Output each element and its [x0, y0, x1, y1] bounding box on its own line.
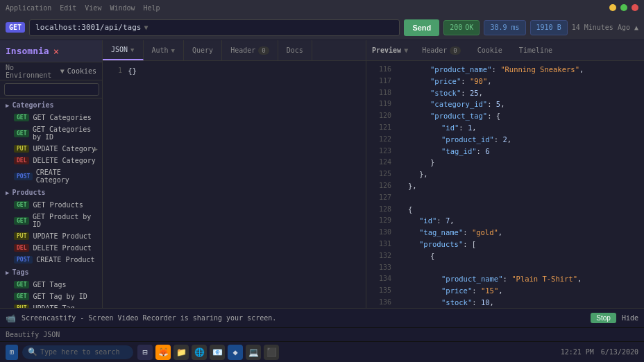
tab-header[interactable]: Header 0 [222, 40, 278, 60]
line-content: "product_tag": { [397, 110, 638, 122]
tab-response-header[interactable]: Header 0 [414, 40, 469, 60]
group-label: Tags [12, 268, 28, 276]
menu-application[interactable]: Application [6, 4, 51, 12]
sidebar-item-get-tags[interactable]: GET GET Tags [0, 279, 102, 291]
preview-line: 135"price": "15", [372, 285, 638, 297]
sidebar-item-update-product[interactable]: PUT UPDATE Product [0, 230, 102, 242]
sidebar-item-create-category[interactable]: POST CREATE Category [0, 166, 102, 186]
sidebar-item-get-categories-by-id[interactable]: GET GET Categories by ID [0, 123, 102, 143]
sidebar-item-get-products[interactable]: GET GET Products [0, 199, 102, 211]
preview-line: 130"tag_name": "gold", [372, 227, 638, 239]
taskbar-icon-insomnia[interactable]: ◆ [228, 345, 243, 360]
group-label: Products [12, 189, 45, 196]
search-placeholder: Type here to search [40, 348, 119, 356]
taskbar-search[interactable]: 🔍 Type here to search [22, 345, 133, 359]
sidebar-item-delete-category[interactable]: DEL DELETE Category [0, 155, 102, 166]
preview-line: 128{ [372, 204, 638, 216]
line-content: "stock": 10, [397, 297, 638, 308]
url-input-container[interactable]: localhost:3001/api/tags ▼ [29, 19, 400, 36]
line-content: } [397, 157, 638, 169]
tab-json-label: JSON [111, 46, 128, 53]
environment-bar: No Environment ▼ Cookies [0, 62, 102, 80]
tab-docs[interactable]: Docs [278, 40, 312, 60]
sidebar-item-get-product-by-id[interactable]: GET GET Product by ID [0, 211, 102, 230]
maximize-button[interactable] [620, 4, 627, 11]
line-number: 124 [372, 157, 391, 169]
group-tags[interactable]: ▶ Tags [0, 266, 102, 279]
request-panel: JSON ▼ Auth ▼ Query Header 0 Docs 1 {} [103, 40, 366, 308]
line-number: 118 [372, 87, 391, 99]
sidebar-item-update-tag[interactable]: PUT UPDATE Tag [0, 302, 102, 308]
sidebar-item-create-product[interactable]: POST CREATE Product [0, 254, 102, 266]
menu-window[interactable]: Window [110, 4, 135, 12]
tab-auth[interactable]: Auth ▼ [144, 40, 185, 60]
item-label: GET Product by ID [33, 213, 96, 228]
menu-bar-items: Application Edit View Window Help [6, 4, 160, 12]
close-button[interactable] [632, 4, 638, 11]
taskbar-icon-terminal[interactable]: ⬛ [264, 345, 279, 360]
cookies-button[interactable]: Cookies [67, 67, 96, 75]
status-code-badge: 200 OK [443, 20, 480, 35]
sidebar: Insomnia × No Environment ▼ Cookies ⊕ ▶ … [0, 40, 103, 308]
sidebar-item-delete-product[interactable]: DEL DELETE Product [0, 242, 102, 254]
stop-sharing-button[interactable]: Stop [591, 313, 616, 323]
menu-view[interactable]: View [85, 4, 101, 12]
tab-timeline[interactable]: Timeline [511, 40, 561, 60]
line-content: "tag_name": "gold", [397, 227, 638, 239]
group-products[interactable]: ▶ Products [0, 186, 102, 199]
sidebar-item-update-category[interactable]: PUT UPDATE Category ▶ [0, 143, 102, 155]
method-get-tag: GET [14, 217, 29, 225]
taskbar-icon-task-view[interactable]: ⊟ [137, 345, 153, 360]
preview-line: 120"product_tag": { [372, 110, 638, 122]
taskbar-icon-vscode[interactable]: 💻 [246, 345, 261, 360]
group-categories[interactable]: ▶ Categories [0, 98, 102, 112]
line-content: "stock": 25, [397, 87, 638, 99]
send-button[interactable]: Send [404, 19, 439, 36]
method-del-tag: DEL [14, 244, 29, 252]
line-number: 125 [372, 169, 391, 180]
minimize-button[interactable] [609, 4, 616, 11]
item-arrow-icon: ▶ [94, 146, 98, 153]
taskbar-icon-app1[interactable]: 📧 [210, 345, 225, 360]
taskbar-icon-explorer[interactable]: 📁 [173, 345, 189, 360]
preview-label-text: Preview [372, 46, 401, 54]
sidebar-item-get-categories[interactable]: GET GET Categories [0, 112, 102, 123]
main-toolbar: GET localhost:3001/api/tags ▼ Send 200 O… [0, 15, 644, 40]
hide-notification-button[interactable]: Hide [622, 314, 638, 322]
header-count-badge: 0 [450, 46, 460, 55]
line-number: 126 [372, 180, 391, 192]
http-method-badge[interactable]: GET [6, 22, 25, 33]
line-number: 117 [372, 76, 391, 87]
tab-cookie[interactable]: Cookie [469, 40, 511, 60]
method-put-tag: PUT [14, 232, 29, 240]
group-arrow-icon: ▶ [6, 269, 9, 276]
start-button[interactable]: ⊞ [6, 345, 18, 360]
preview-line: 121"id": 1, [372, 122, 638, 134]
sidebar-close-icon[interactable]: × [53, 46, 59, 57]
menu-edit[interactable]: Edit [60, 4, 76, 12]
tab-query[interactable]: Query [184, 40, 222, 60]
preview-line: 124} [372, 157, 638, 169]
tab-header-label: Header [230, 46, 255, 54]
status-label: OK [465, 24, 473, 31]
tab-json-arrow: ▼ [130, 46, 134, 53]
method-post-tag: POST [14, 256, 33, 264]
method-del-tag: DEL [14, 157, 29, 164]
beautify-json-button[interactable]: Beautify JSON [6, 331, 60, 338]
sidebar-item-get-tag-by-id[interactable]: GET GET Tag by ID [0, 291, 102, 302]
preview-label-arrow: ▼ [404, 46, 408, 54]
tab-json[interactable]: JSON ▼ [103, 40, 144, 60]
preview-line: 125}, [372, 169, 638, 180]
menu-help[interactable]: Help [144, 4, 160, 12]
environment-label: No Environment [6, 64, 58, 79]
item-label: GET Tag by ID [33, 293, 87, 300]
taskbar-icon-chrome[interactable]: 🌐 [192, 345, 207, 360]
environment-dropdown[interactable]: ▼ [60, 67, 65, 75]
request-body-editor[interactable]: 1 {} [103, 61, 366, 308]
preview-line: 116"product_name": "Running Sneakers", [372, 64, 638, 76]
taskbar-right: 12:21 PM 6/13/2020 [561, 348, 638, 356]
main-area: Insomnia × No Environment ▼ Cookies ⊕ ▶ … [0, 40, 644, 308]
search-input[interactable] [4, 83, 99, 96]
taskbar-icon-firefox[interactable]: 🦊 [155, 345, 171, 360]
line-content: "id": 1, [397, 122, 638, 134]
